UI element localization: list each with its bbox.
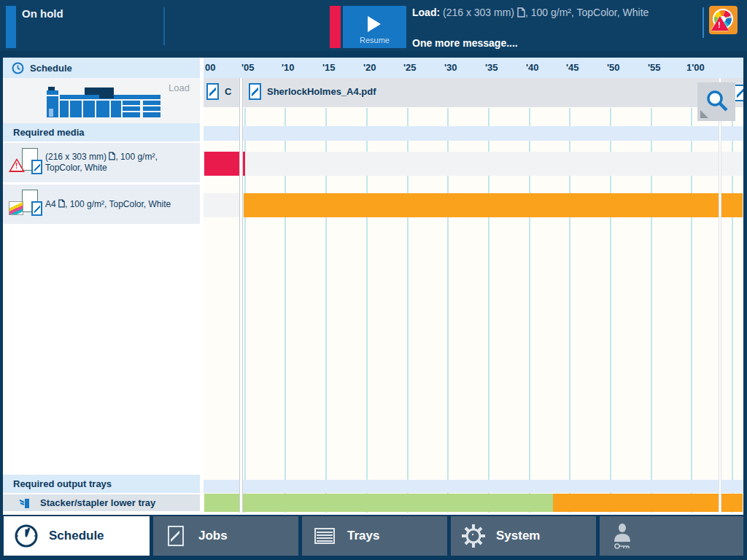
- tray-bar-ok[interactable]: [204, 494, 553, 512]
- media-size: A4: [45, 199, 56, 209]
- tick-label: '30: [444, 62, 457, 73]
- current-time-indicator: [239, 78, 243, 513]
- tab-label: Trays: [347, 529, 379, 543]
- job-document-icon: [249, 83, 261, 100]
- job-chip-sherlock[interactable]: SherlockHolmes_A4.pdf: [249, 83, 376, 100]
- tick-label: '50: [607, 62, 620, 73]
- play-icon: [368, 16, 381, 32]
- tab-label: Schedule: [49, 529, 104, 543]
- top-status-bar: On hold Resume Load: (216 x 303 mm) , 10…: [0, 0, 747, 51]
- job-bar-printing[interactable]: [244, 193, 743, 217]
- tab-system[interactable]: System: [451, 516, 596, 556]
- tab-jobs[interactable]: Jobs: [153, 516, 298, 556]
- media-item-a4[interactable]: A4 , 100 g/m², TopColor, White: [3, 184, 200, 224]
- tab-label: Jobs: [198, 529, 228, 543]
- resume-button-label: Resume: [343, 36, 406, 44]
- more-messages-text: One more message....: [412, 37, 518, 49]
- required-output-trays-header: Required output trays: [3, 475, 200, 493]
- clock-icon: [12, 62, 24, 74]
- status-accent-bar: [6, 6, 16, 48]
- media-color-icon: [9, 188, 45, 220]
- output-tray-icon: [19, 497, 30, 509]
- resume-button[interactable]: Resume: [343, 6, 406, 48]
- frame: [0, 51, 747, 58]
- divider: [163, 7, 165, 45]
- output-tray-label: Stacker/stapler lower tray: [40, 497, 155, 508]
- printer-schematic: [44, 84, 160, 119]
- media-description: (216 x 303 mm) , 100 g/m², TopColor, Whi…: [45, 152, 200, 174]
- tick-label: '10: [282, 62, 295, 73]
- printer-status-text: On hold: [22, 7, 63, 20]
- tick-label: '35: [485, 62, 498, 73]
- printer-overview: Load: [3, 78, 200, 123]
- printer-load-label: Load: [169, 82, 190, 93]
- page-icon: [517, 7, 525, 18]
- tray-bar-warning[interactable]: [553, 494, 743, 512]
- job-row-background: [204, 152, 743, 176]
- load-size: (216 x 303 mm): [440, 7, 514, 18]
- divider: [703, 7, 704, 38]
- load-label: Load:: [412, 7, 440, 18]
- output-tray-item[interactable]: Stacker/stapler lower tray: [3, 494, 200, 511]
- page-icon: [58, 199, 65, 208]
- media-attrs: , 100 g/m², TopColor, White: [65, 199, 171, 209]
- schedule-end-indicator: [719, 78, 721, 513]
- timeline-grid: C SherlockHolmes_A4.pdf: [204, 78, 743, 513]
- load-message: Load: (216 x 303 mm) , 100 g/m², TopColo…: [412, 7, 649, 18]
- media-size: (216 x 303 mm): [45, 152, 107, 162]
- schedule-header-label: Schedule: [30, 63, 72, 74]
- jobs-icon: [168, 526, 184, 546]
- required-media-header: Required media: [3, 123, 200, 141]
- tick-label: '55: [648, 62, 661, 73]
- tab-label: System: [496, 529, 540, 543]
- schedule-panel-header: Schedule: [3, 58, 200, 78]
- color-warning-button[interactable]: [709, 6, 738, 34]
- frame: [743, 51, 747, 560]
- attention-accent-bar: [330, 6, 341, 48]
- warning-triangle-icon: [711, 16, 729, 31]
- warning-triangle-icon: [9, 158, 25, 172]
- media-item-216x303[interactable]: (216 x 303 mm) , 100 g/m², TopColor, Whi…: [3, 143, 200, 182]
- media-description: A4 , 100 g/m², TopColor, White: [45, 199, 178, 210]
- timeline-zoom-button[interactable]: [697, 82, 735, 121]
- resize-corner-icon: [700, 110, 708, 118]
- gear-icon: [460, 523, 487, 549]
- trays-icon: [314, 528, 335, 544]
- key-icon: [614, 543, 630, 549]
- main-tab-bar: Schedule Jobs Trays: [0, 515, 747, 560]
- job-name: C: [225, 86, 231, 97]
- media-doc-icon: [31, 201, 42, 216]
- timeline-band: [204, 480, 743, 493]
- tick-label: '05: [241, 62, 255, 73]
- job-chip-first[interactable]: C: [206, 83, 231, 100]
- color-media-icon: [9, 201, 23, 215]
- timeline-ruler: 00 '05 '10 '15 '20 '25 '30 '35 '40 '45 '…: [204, 58, 743, 78]
- tab-schedule[interactable]: Schedule: [4, 516, 150, 556]
- timeline-band: [204, 126, 743, 141]
- magnifier-icon: [705, 89, 729, 114]
- tab-trays[interactable]: Trays: [302, 516, 447, 556]
- tick-label: '40: [526, 62, 539, 73]
- tick-label: '15: [322, 62, 336, 73]
- media-warning-icon: [9, 147, 45, 179]
- tick-label: '25: [403, 62, 417, 73]
- tick-label: '45: [566, 62, 579, 73]
- tick-label: '20: [363, 62, 376, 73]
- tick-label: 1'00: [686, 62, 705, 73]
- media-doc-icon: [31, 160, 42, 174]
- job-name: SherlockHolmes_A4.pdf: [267, 86, 376, 97]
- job-document-icon: [206, 83, 219, 100]
- user-icon: [613, 523, 632, 542]
- tick-label: 00: [205, 62, 215, 73]
- tab-user-login[interactable]: [600, 516, 743, 556]
- load-rest: , 100 g/m², TopColor, White: [525, 7, 649, 18]
- clock-icon: [14, 524, 39, 548]
- job-header-row: C SherlockHolmes_A4.pdf: [204, 78, 743, 107]
